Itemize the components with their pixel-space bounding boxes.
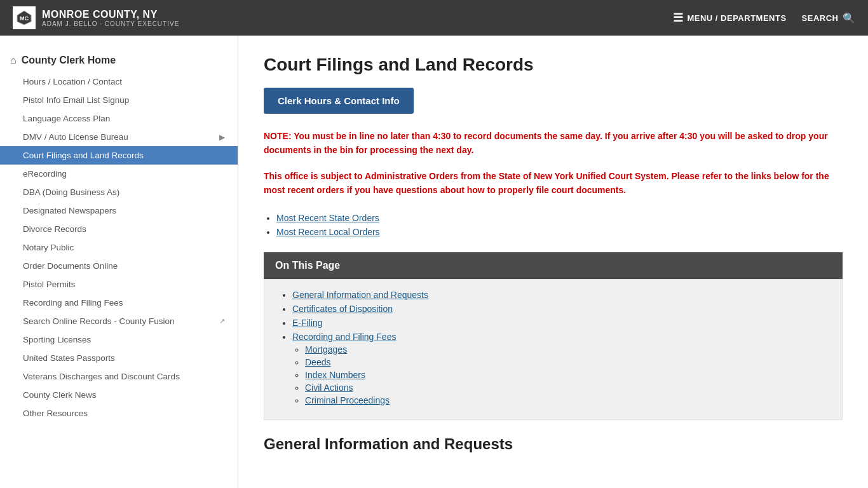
sidebar-item-dba[interactable]: DBA (Doing Business As) [0,183,238,201]
recording-fees-link[interactable]: Recording and Filing Fees [292,332,396,342]
sidebar-item-label: Order Documents Online [23,261,118,271]
list-item: Civil Actions [305,383,827,393]
search-icon: 🔍 [843,12,856,24]
index-numbers-link[interactable]: Index Numbers [305,370,365,380]
list-item: E-Filing [292,318,827,328]
search-button[interactable]: SEARCH 🔍 [802,12,855,24]
criminal-proceedings-link[interactable]: Criminal Proceedings [305,395,390,405]
sidebar-item-label: County Clerk News [23,390,97,400]
header-right: ☰ MENU / DEPARTMENTS SEARCH 🔍 [673,11,855,25]
sidebar-item-label: Designated Newspapers [23,206,116,215]
sidebar-item-label: Pistol Permits [23,280,76,289]
sidebar-item-label: Divorce Records [23,224,86,234]
on-this-page-list: General Information and Requests Certifi… [292,290,827,405]
list-item: Certificates of Disposition [292,304,827,314]
sidebar-item-notary-public[interactable]: Notary Public [0,238,238,257]
admin-block: This office is subject to Administrative… [264,169,843,198]
sidebar-item-order-documents[interactable]: Order Documents Online [0,257,238,275]
sidebar-item-label: Hours / Location / Contact [23,77,122,86]
sidebar-item-label: Sporting Licenses [23,335,91,344]
sidebar-home[interactable]: ⌂ County Clerk Home [0,48,238,72]
external-link-icon: ↗ [219,317,225,325]
sidebar-item-veterans[interactable]: Veterans Discharges and Discount Cards [0,367,238,386]
sidebar-item-label: Recording and Filing Fees [23,298,123,308]
general-info-link[interactable]: General Information and Requests [292,290,428,300]
hamburger-icon: ☰ [673,11,684,25]
certificates-link[interactable]: Certificates of Disposition [292,304,393,314]
sidebar-item-court-filings[interactable]: Court Filings and Land Records [0,146,238,165]
deeds-link[interactable]: Deeds [305,357,330,367]
menu-button[interactable]: ☰ MENU / DEPARTMENTS [673,11,787,25]
header-left: MC MONROE COUNTY, NY ADAM J. BELLO · COU… [13,6,179,29]
sidebar-item-label: DBA (Doing Business As) [23,187,119,197]
civil-actions-link[interactable]: Civil Actions [305,383,353,393]
sidebar-item-label: Notary Public [23,243,74,252]
main-content: Court Filings and Land Records Clerk Hou… [238,36,868,488]
header-title-block: MONROE COUNTY, NY ADAM J. BELLO · COUNTY… [42,9,179,27]
sidebar-item-other-resources[interactable]: Other Resources [0,404,238,423]
links-list: Most Recent State Orders Most Recent Loc… [276,213,843,237]
sidebar-item-hours[interactable]: Hours / Location / Contact [0,72,238,91]
list-item: Deeds [305,357,827,367]
sidebar-item-label: Language Access Plan [23,114,110,123]
list-item: Most Recent State Orders [276,213,843,223]
on-this-page-content: General Information and Requests Certifi… [264,279,843,420]
svg-text:MC: MC [20,15,29,22]
sidebar-item-recording-fees[interactable]: Recording and Filing Fees [0,294,238,312]
note-text: NOTE: You must be in line no later than … [264,131,828,155]
sidebar: ⌂ County Clerk Home Hours / Location / C… [0,36,238,488]
arrow-icon: ▶ [219,133,225,142]
note-block: NOTE: You must be in line no later than … [264,129,843,158]
county-subtitle: ADAM J. BELLO · COUNTY EXECUTIVE [42,20,179,27]
sidebar-item-clerk-news[interactable]: County Clerk News [0,386,238,404]
admin-text: This office is subject to Administrative… [264,171,829,195]
sidebar-item-sporting-licenses[interactable]: Sporting Licenses [0,330,238,349]
sidebar-item-search-online[interactable]: Search Online Records - County Fusion ↗ [0,312,238,330]
mortgages-link[interactable]: Mortgages [305,344,347,355]
sidebar-item-label: United States Passports [23,353,115,363]
on-this-page-heading: On This Page [275,260,340,271]
county-logo: MC [13,6,36,29]
sidebar-item-label: Court Filings and Land Records [23,151,144,160]
sidebar-item-pistol-permits[interactable]: Pistol Permits [0,275,238,294]
sidebar-item-erecording[interactable]: eRecording [0,165,238,183]
menu-label: MENU / DEPARTMENTS [687,13,786,23]
sidebar-item-label: Other Resources [23,409,88,418]
sidebar-item-label: Veterans Discharges and Discount Cards [23,372,180,381]
efiling-link[interactable]: E-Filing [292,318,322,328]
search-label: SEARCH [802,13,839,23]
sidebar-item-label: eRecording [23,169,67,179]
list-item: Recording and Filing Fees Mortgages Deed… [292,332,827,405]
sidebar-item-language[interactable]: Language Access Plan [0,109,238,128]
sidebar-item-label: Pistol Info Email List Signup [23,95,129,105]
sidebar-item-divorce-records[interactable]: Divorce Records [0,220,238,238]
list-item: Most Recent Local Orders [276,227,843,237]
home-icon: ⌂ [10,55,17,66]
list-item: Index Numbers [305,370,827,380]
list-item: Criminal Proceedings [305,395,827,405]
county-name: MONROE COUNTY, NY [42,9,179,20]
recording-fees-sublist: Mortgages Deeds Index Numbers Civil Acti… [305,344,827,405]
sidebar-item-pistol-email[interactable]: Pistol Info Email List Signup [0,91,238,109]
page-title: Court Filings and Land Records [264,55,843,75]
state-orders-link[interactable]: Most Recent State Orders [276,213,379,223]
contact-button[interactable]: Clerk Hours & Contact Info [264,88,414,114]
sidebar-item-dmv[interactable]: DMV / Auto License Bureau ▶ [0,128,238,146]
sidebar-item-designated-newspapers[interactable]: Designated Newspapers [0,201,238,220]
sidebar-item-label: Search Online Records - County Fusion [23,316,175,326]
general-info-heading: General Information and Requests [264,435,843,453]
local-orders-link[interactable]: Most Recent Local Orders [276,227,380,237]
list-item: General Information and Requests [292,290,827,300]
sidebar-item-passports[interactable]: United States Passports [0,349,238,367]
on-this-page-header: On This Page [264,252,843,279]
sidebar-item-label: DMV / Auto License Bureau [23,132,128,142]
list-item: Mortgages [305,344,827,355]
sidebar-home-label: County Clerk Home [22,55,116,66]
